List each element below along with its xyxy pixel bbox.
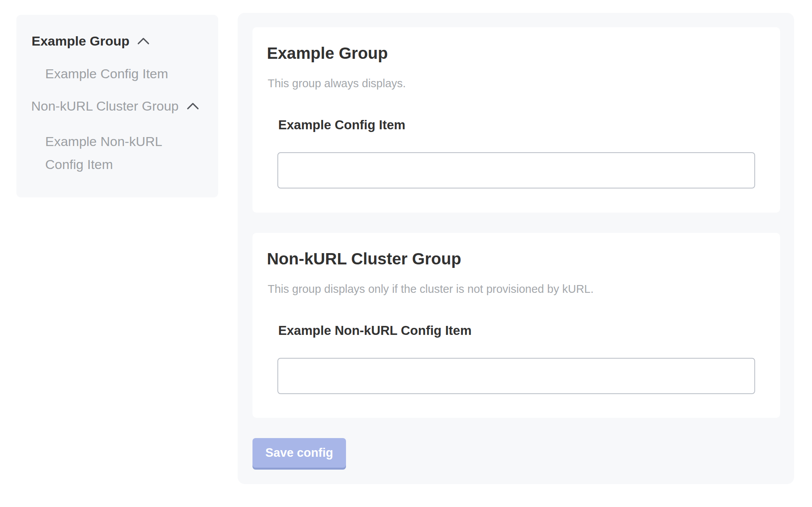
save-config-button[interactable]: Save config bbox=[252, 438, 346, 468]
sidebar-item-example-config-item[interactable]: Example Config Item bbox=[45, 66, 168, 81]
example-non-kurl-config-item-input[interactable] bbox=[277, 358, 755, 394]
sidebar-group-label: Example Group bbox=[32, 33, 129, 49]
app-config-page: Example Group Example Config Item Non-kU… bbox=[0, 0, 812, 507]
config-group-card-example-group: Example Group This group always displays… bbox=[252, 27, 780, 213]
config-panel: Example Group This group always displays… bbox=[238, 13, 794, 484]
config-group-card-non-kurl-cluster-group: Non-kURL Cluster Group This group displa… bbox=[252, 233, 780, 418]
sidebar-item-example-non-kurl-config-item[interactable]: Example Non-kURL Config Item bbox=[45, 130, 185, 176]
sidebar-group-label: Non-kURL Cluster Group bbox=[31, 99, 179, 114]
config-item-label: Example Non-kURL Config Item bbox=[278, 323, 471, 338]
group-description: This group always displays. bbox=[268, 76, 406, 92]
group-description: This group displays only if the cluster … bbox=[268, 281, 594, 297]
sidebar-group-example-group[interactable]: Example Group bbox=[32, 33, 151, 49]
chevron-up-icon[interactable] bbox=[185, 101, 201, 111]
example-config-item-input[interactable] bbox=[277, 152, 755, 188]
sidebar-group-non-kurl-cluster-group[interactable]: Non-kURL Cluster Group bbox=[31, 99, 201, 114]
group-title: Example Group bbox=[267, 44, 388, 63]
config-nav-sidebar: Example Group Example Config Item Non-kU… bbox=[16, 15, 218, 197]
group-title: Non-kURL Cluster Group bbox=[267, 249, 461, 269]
config-item-label: Example Config Item bbox=[278, 118, 405, 132]
chevron-up-icon[interactable] bbox=[136, 36, 151, 46]
